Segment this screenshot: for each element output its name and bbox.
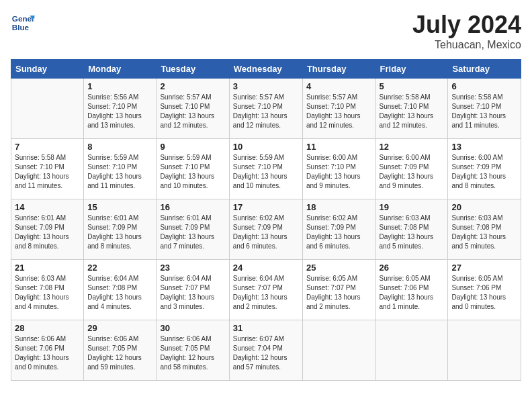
day-number: 11: [306, 142, 372, 152]
table-row: 3Sunrise: 5:57 AM Sunset: 7:10 PM Daylig…: [229, 79, 302, 139]
day-info: Sunrise: 6:00 AM Sunset: 7:10 PM Dayligh…: [306, 153, 372, 191]
table-row: 30Sunrise: 6:06 AM Sunset: 7:05 PM Dayli…: [157, 320, 229, 381]
table-row: [375, 320, 448, 381]
table-row: 26Sunrise: 6:05 AM Sunset: 7:06 PM Dayli…: [375, 260, 448, 320]
day-number: 22: [87, 263, 152, 273]
week-row-5: 28Sunrise: 6:06 AM Sunset: 7:06 PM Dayli…: [11, 320, 521, 381]
day-info: Sunrise: 5:58 AM Sunset: 7:10 PM Dayligh…: [15, 153, 80, 191]
header-sunday: Sunday: [11, 60, 84, 79]
day-number: 29: [87, 323, 152, 333]
day-number: 12: [380, 142, 445, 152]
table-row: 24Sunrise: 6:04 AM Sunset: 7:07 PM Dayli…: [229, 260, 302, 320]
table-row: 8Sunrise: 5:59 AM Sunset: 7:10 PM Daylig…: [84, 139, 157, 199]
svg-text:Blue: Blue: [12, 23, 30, 32]
day-info: Sunrise: 6:07 AM Sunset: 7:04 PM Dayligh…: [233, 334, 299, 372]
day-number: 15: [87, 202, 152, 212]
day-number: 17: [233, 202, 299, 212]
days-header-row: Sunday Monday Tuesday Wednesday Thursday…: [11, 60, 521, 79]
calendar-title: July 2024: [412, 11, 521, 39]
table-row: 27Sunrise: 6:05 AM Sunset: 7:06 PM Dayli…: [448, 260, 521, 320]
day-info: Sunrise: 5:58 AM Sunset: 7:10 PM Dayligh…: [451, 93, 517, 130]
table-row: 20Sunrise: 6:03 AM Sunset: 7:08 PM Dayli…: [448, 199, 521, 260]
day-info: Sunrise: 6:06 AM Sunset: 7:05 PM Dayligh…: [87, 334, 152, 372]
day-info: Sunrise: 5:56 AM Sunset: 7:10 PM Dayligh…: [87, 93, 152, 130]
header-friday: Friday: [375, 60, 448, 79]
day-info: Sunrise: 5:57 AM Sunset: 7:10 PM Dayligh…: [160, 93, 225, 130]
header-saturday: Saturday: [448, 60, 521, 79]
day-info: Sunrise: 6:00 AM Sunset: 7:09 PM Dayligh…: [451, 153, 517, 191]
table-row: 28Sunrise: 6:06 AM Sunset: 7:06 PM Dayli…: [11, 320, 84, 381]
day-number: 21: [15, 263, 80, 273]
day-number: 24: [233, 263, 299, 273]
day-info: Sunrise: 6:01 AM Sunset: 7:09 PM Dayligh…: [15, 214, 80, 251]
table-row: [448, 320, 521, 381]
week-row-1: 1Sunrise: 5:56 AM Sunset: 7:10 PM Daylig…: [11, 79, 521, 139]
day-info: Sunrise: 6:05 AM Sunset: 7:06 PM Dayligh…: [451, 274, 517, 312]
table-row: 5Sunrise: 5:58 AM Sunset: 7:10 PM Daylig…: [375, 79, 448, 139]
day-info: Sunrise: 5:59 AM Sunset: 7:10 PM Dayligh…: [233, 153, 299, 191]
day-info: Sunrise: 5:57 AM Sunset: 7:10 PM Dayligh…: [306, 93, 372, 130]
day-info: Sunrise: 6:02 AM Sunset: 7:09 PM Dayligh…: [306, 214, 372, 251]
svg-text:General: General: [12, 14, 35, 23]
table-row: 1Sunrise: 5:56 AM Sunset: 7:10 PM Daylig…: [84, 79, 157, 139]
day-info: Sunrise: 6:04 AM Sunset: 7:07 PM Dayligh…: [233, 274, 299, 312]
day-info: Sunrise: 5:59 AM Sunset: 7:10 PM Dayligh…: [160, 153, 225, 191]
table-row: 31Sunrise: 6:07 AM Sunset: 7:04 PM Dayli…: [229, 320, 302, 381]
table-row: 10Sunrise: 5:59 AM Sunset: 7:10 PM Dayli…: [229, 139, 302, 199]
day-number: 18: [306, 202, 372, 212]
day-number: 5: [380, 81, 445, 91]
table-row: 14Sunrise: 6:01 AM Sunset: 7:09 PM Dayli…: [11, 199, 84, 260]
day-info: Sunrise: 6:04 AM Sunset: 7:07 PM Dayligh…: [160, 274, 225, 312]
logo-icon: General Blue: [11, 11, 35, 35]
day-number: 3: [233, 81, 299, 91]
header-tuesday: Tuesday: [157, 60, 229, 79]
day-number: 27: [451, 263, 517, 273]
day-number: 19: [380, 202, 445, 212]
table-row: 7Sunrise: 5:58 AM Sunset: 7:10 PM Daylig…: [11, 139, 84, 199]
day-info: Sunrise: 6:03 AM Sunset: 7:08 PM Dayligh…: [380, 214, 445, 251]
table-row: 21Sunrise: 6:03 AM Sunset: 7:08 PM Dayli…: [11, 260, 84, 320]
day-number: 14: [15, 202, 80, 212]
table-row: 18Sunrise: 6:02 AM Sunset: 7:09 PM Dayli…: [302, 199, 375, 260]
table-row: 12Sunrise: 6:00 AM Sunset: 7:09 PM Dayli…: [375, 139, 448, 199]
day-number: 13: [451, 142, 517, 152]
day-info: Sunrise: 6:01 AM Sunset: 7:09 PM Dayligh…: [87, 214, 152, 251]
day-info: Sunrise: 6:06 AM Sunset: 7:06 PM Dayligh…: [15, 334, 80, 372]
day-number: 31: [233, 323, 299, 333]
table-row: 6Sunrise: 5:58 AM Sunset: 7:10 PM Daylig…: [448, 79, 521, 139]
calendar-subtitle: Tehuacan, Mexico: [412, 39, 521, 51]
table-row: [302, 320, 375, 381]
table-row: 23Sunrise: 6:04 AM Sunset: 7:07 PM Dayli…: [157, 260, 229, 320]
calendar-table: Sunday Monday Tuesday Wednesday Thursday…: [11, 59, 521, 381]
day-info: Sunrise: 6:00 AM Sunset: 7:09 PM Dayligh…: [380, 153, 445, 191]
title-block: July 2024 Tehuacan, Mexico: [412, 11, 521, 51]
day-info: Sunrise: 6:03 AM Sunset: 7:08 PM Dayligh…: [15, 274, 80, 312]
day-number: 28: [15, 323, 80, 333]
day-info: Sunrise: 6:05 AM Sunset: 7:07 PM Dayligh…: [306, 274, 372, 312]
header-thursday: Thursday: [302, 60, 375, 79]
day-info: Sunrise: 5:58 AM Sunset: 7:10 PM Dayligh…: [380, 93, 445, 130]
table-row: 29Sunrise: 6:06 AM Sunset: 7:05 PM Dayli…: [84, 320, 157, 381]
day-number: 2: [160, 81, 225, 91]
day-info: Sunrise: 6:05 AM Sunset: 7:06 PM Dayligh…: [380, 274, 445, 312]
day-number: 8: [87, 142, 152, 152]
day-info: Sunrise: 5:57 AM Sunset: 7:10 PM Dayligh…: [233, 93, 299, 130]
table-row: 25Sunrise: 6:05 AM Sunset: 7:07 PM Dayli…: [302, 260, 375, 320]
day-number: 1: [87, 81, 152, 91]
day-number: 26: [380, 263, 445, 273]
day-info: Sunrise: 6:03 AM Sunset: 7:08 PM Dayligh…: [451, 214, 517, 251]
day-info: Sunrise: 6:06 AM Sunset: 7:05 PM Dayligh…: [160, 334, 225, 372]
day-number: 16: [160, 202, 225, 212]
day-number: 30: [160, 323, 225, 333]
table-row: 9Sunrise: 5:59 AM Sunset: 7:10 PM Daylig…: [157, 139, 229, 199]
day-info: Sunrise: 5:59 AM Sunset: 7:10 PM Dayligh…: [87, 153, 152, 191]
table-row: 13Sunrise: 6:00 AM Sunset: 7:09 PM Dayli…: [448, 139, 521, 199]
day-info: Sunrise: 6:01 AM Sunset: 7:09 PM Dayligh…: [160, 214, 225, 251]
day-number: 7: [15, 142, 80, 152]
table-row: 4Sunrise: 5:57 AM Sunset: 7:10 PM Daylig…: [302, 79, 375, 139]
day-info: Sunrise: 6:02 AM Sunset: 7:09 PM Dayligh…: [233, 214, 299, 251]
day-number: 25: [306, 263, 372, 273]
week-row-4: 21Sunrise: 6:03 AM Sunset: 7:08 PM Dayli…: [11, 260, 521, 320]
day-number: 6: [451, 81, 517, 91]
header-monday: Monday: [84, 60, 157, 79]
